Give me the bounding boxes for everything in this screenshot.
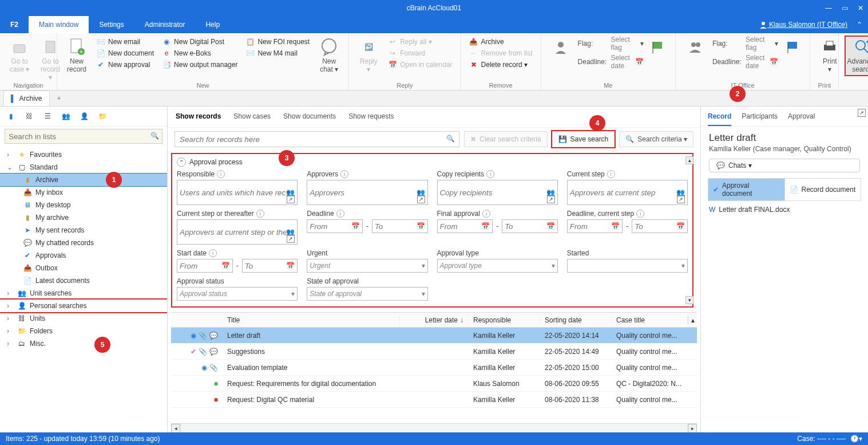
- tree-favourites[interactable]: ›★Favourites: [0, 148, 167, 161]
- deadline-to-input[interactable]: [375, 222, 417, 231]
- info-icon[interactable]: i: [340, 170, 348, 178]
- tab-approval[interactable]: Approval: [788, 112, 815, 126]
- forward-button[interactable]: ↪Forward: [386, 48, 454, 58]
- open-calendar-button[interactable]: 📅Open in calendar: [386, 60, 454, 70]
- close-icon[interactable]: ✕: [857, 4, 865, 12]
- remove-from-list-button[interactable]: ←Remove from list: [467, 48, 535, 58]
- collapse-section-button[interactable]: ⌃: [177, 157, 186, 167]
- search-icon[interactable]: 🔍: [150, 132, 159, 140]
- calendar-picker-icon[interactable]: 📅: [221, 262, 230, 270]
- view-users-icon[interactable]: 👥: [61, 111, 71, 121]
- menu-settings[interactable]: Settings: [89, 16, 134, 33]
- calendar-picker-icon[interactable]: 📅: [770, 58, 778, 66]
- new-output-button[interactable]: 📑New output manager: [160, 60, 240, 70]
- scroll-left-button[interactable]: ◂: [171, 424, 180, 432]
- menu-main-window[interactable]: Main window: [29, 16, 89, 33]
- scroll-right-button[interactable]: ▸: [688, 424, 697, 432]
- tree-latest-docs[interactable]: 📄Latest documents: [0, 274, 167, 287]
- calendar-picker-icon[interactable]: 📅: [351, 222, 360, 230]
- tab-archive[interactable]: ▌ Archive: [3, 90, 50, 106]
- tree-approvals[interactable]: ✔Approvals: [0, 249, 167, 262]
- approval-status-select[interactable]: Approval status▾: [177, 287, 298, 301]
- chevron-down-icon[interactable]: ▾: [640, 40, 644, 48]
- calendar-picker-icon[interactable]: 📅: [635, 58, 644, 66]
- deadline-cur-to-input[interactable]: [635, 222, 676, 231]
- calendar-picker-icon[interactable]: 📅: [417, 222, 425, 230]
- tree-my-chatted[interactable]: 💬My chatted records: [0, 237, 167, 249]
- expand-icon[interactable]: ↗: [547, 195, 555, 203]
- popout-icon[interactable]: ↗: [858, 109, 866, 117]
- menu-f2[interactable]: F2: [0, 16, 29, 33]
- tree-unit-searches[interactable]: ›👥Unit searches: [0, 287, 167, 300]
- tab-show-records[interactable]: Show records: [176, 112, 221, 124]
- menu-administrator[interactable]: Administrator: [134, 16, 196, 33]
- scroll-down-button[interactable]: ▾: [685, 296, 693, 304]
- new-digital-post-button[interactable]: ◉New Digital Post: [160, 37, 240, 47]
- new-tab-button[interactable]: ＋: [51, 90, 67, 106]
- view-list-icon[interactable]: ☰: [42, 111, 53, 121]
- view-folder-icon[interactable]: 📁: [97, 111, 108, 121]
- tab-show-cases[interactable]: Show cases: [233, 112, 271, 124]
- final-from-input[interactable]: [440, 222, 482, 231]
- search-lists-input[interactable]: [5, 129, 162, 144]
- expand-icon[interactable]: ↗: [287, 235, 295, 243]
- tree-my-archive[interactable]: ▮My archive: [0, 211, 167, 224]
- calendar-picker-icon[interactable]: 📅: [481, 222, 490, 230]
- tab-participants[interactable]: Participants: [742, 112, 778, 126]
- approval-type-select[interactable]: Approval type▾: [437, 259, 558, 273]
- expand-icon[interactable]: ↗: [287, 195, 295, 203]
- tree-my-desktop[interactable]: 🖥My desktop: [0, 199, 167, 211]
- chats-button[interactable]: 💬Chats ▾: [709, 159, 860, 172]
- table-row[interactable]: ◉📎💬 Letter draft Kamilla Keller 22-05-20…: [171, 328, 697, 344]
- info-icon[interactable]: i: [607, 170, 615, 178]
- me-flag-select[interactable]: Select flag: [611, 36, 638, 52]
- records-search-input[interactable]: [175, 131, 459, 147]
- col-letter-date[interactable]: Letter date↓: [400, 316, 469, 324]
- reply-all-button[interactable]: ↩Reply all ▾: [386, 37, 454, 47]
- responsible-input[interactable]: [180, 188, 286, 197]
- view-records-icon[interactable]: ▮: [6, 111, 16, 121]
- table-hscroll[interactable]: ◂ ▸: [171, 423, 697, 432]
- col-responsible[interactable]: Responsible: [469, 316, 540, 324]
- calendar-picker-icon[interactable]: 📅: [611, 222, 620, 230]
- tree-units[interactable]: ›⛓Units: [0, 312, 167, 325]
- search-icon[interactable]: 🔍: [446, 135, 455, 143]
- deadline-cur-from-input[interactable]: [570, 222, 612, 231]
- new-eboks-button[interactable]: eNew e-Boks: [160, 48, 240, 58]
- new-foi-button[interactable]: 📋New FOI request: [243, 37, 312, 47]
- scroll-up-button[interactable]: ▴: [688, 316, 697, 324]
- new-chat-button[interactable]: New chat ▾: [315, 36, 343, 76]
- start-to-input[interactable]: [245, 262, 287, 270]
- approvers-input[interactable]: [310, 188, 416, 197]
- user-info-link[interactable]: Klaus Salomon (IT Office): [759, 16, 847, 33]
- chevron-down-icon[interactable]: ▾: [775, 40, 778, 48]
- table-row[interactable]: ◉📎 Evaluation template Kamilla Keller 22…: [171, 360, 697, 376]
- started-select[interactable]: ▾: [567, 259, 688, 273]
- tree-my-inbox[interactable]: 📥My inbox: [0, 186, 167, 199]
- clear-search-button[interactable]: ✖Clear search criteria: [464, 131, 547, 147]
- maximize-icon[interactable]: ▭: [841, 4, 849, 12]
- it-deadline-select[interactable]: Select date: [746, 54, 767, 70]
- subtab-approval-doc[interactable]: ✔Approval document: [708, 179, 785, 200]
- tree-folders[interactable]: ›📁Folders: [0, 325, 167, 337]
- new-record-button[interactable]: + New record: [63, 36, 90, 76]
- col-case-title[interactable]: Case title: [612, 316, 688, 324]
- me-flag-icon-btn[interactable]: [647, 36, 669, 58]
- table-row[interactable]: ✔📎💬 Suggestions Kamilla Keller 22-05-202…: [171, 344, 697, 360]
- state-approval-select[interactable]: State of approval▾: [307, 287, 427, 301]
- delete-record-button[interactable]: ✖Delete record ▾: [467, 60, 535, 70]
- minimize-icon[interactable]: —: [825, 4, 833, 12]
- it-flag-icon-btn[interactable]: [782, 36, 804, 58]
- tab-record[interactable]: Record: [708, 112, 731, 126]
- new-approval-button[interactable]: ✔New approval: [94, 60, 156, 70]
- new-m4-button[interactable]: ✉️New M4 mail: [243, 48, 312, 58]
- view-group-icon[interactable]: 👤: [79, 111, 89, 121]
- advanced-search-button[interactable]: + Advanced search: [845, 36, 868, 76]
- tab-show-requests[interactable]: Show requests: [348, 112, 394, 124]
- info-icon[interactable]: i: [336, 210, 344, 218]
- reply-button[interactable]: ↩️ Reply ▾: [355, 36, 382, 76]
- urgent-select[interactable]: Urgent▾: [307, 259, 427, 273]
- scroll-up-button[interactable]: ▴: [685, 156, 693, 164]
- calendar-picker-icon[interactable]: 📅: [546, 222, 555, 230]
- search-criteria-button[interactable]: 🔍Search criteria ▾: [619, 131, 693, 147]
